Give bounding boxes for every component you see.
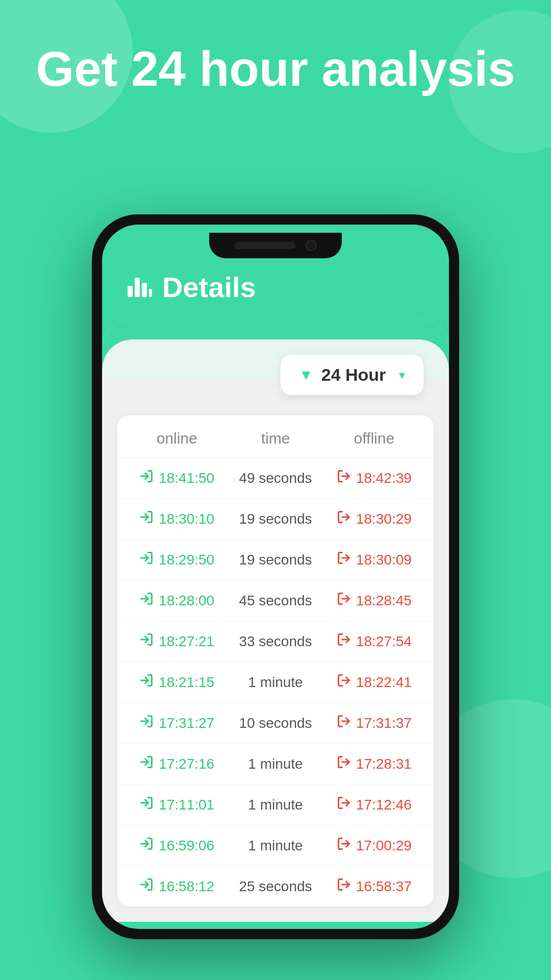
col-header-online: online [128,430,226,447]
online-time-2: 18:29:50 [159,552,214,568]
login-icon [139,469,154,487]
logout-icon [337,632,351,650]
filter-dropdown[interactable]: ▼ 24 Hour ▾ [281,355,423,395]
cell-online-9: 16:59:06 [128,837,226,854]
cell-duration-2: 19 seconds [226,552,324,568]
chevron-down-icon: ▾ [399,368,405,382]
table-header: online time offline [117,415,434,458]
cell-duration-1: 19 seconds [226,511,324,527]
table-row: 18:30:10 19 seconds 18:30:29 [117,499,434,540]
logout-icon [337,551,351,569]
offline-time-8: 17:12:46 [356,797,412,813]
logout-icon [337,837,351,854]
logout-icon [337,673,351,691]
cell-offline-7: 17:28:31 [325,755,423,773]
offline-time-2: 18:30:09 [356,552,412,568]
online-time-0: 18:41:50 [159,470,214,486]
screen-content: ▼ 24 Hour ▾ online time offline [102,319,449,922]
offline-time-10: 16:58:37 [356,878,412,895]
cell-offline-3: 18:28:45 [325,592,423,609]
screen-title: Details [162,271,256,304]
cell-online-1: 18:30:10 [128,510,226,528]
table-body: 18:41:50 49 seconds 18:42:39 [117,458,434,906]
phone-frame: Details ▼ 24 Hour ▾ online time [92,214,459,939]
cell-online-5: 18:21:15 [128,673,226,691]
login-icon [139,877,154,895]
filter-icon: ▼ [299,367,313,383]
table-row: 18:41:50 49 seconds 18:42:39 [117,458,434,499]
hero-title: Get 24 hour analysis [0,41,551,97]
cell-online-7: 17:27:16 [128,755,226,773]
login-icon [139,714,154,732]
filter-container: ▼ 24 Hour ▾ [117,345,434,405]
logout-icon [337,510,351,528]
table-row: 18:27:21 33 seconds 18:27:54 [117,621,434,662]
notch-camera [306,240,317,251]
online-time-5: 18:21:15 [159,674,214,691]
offline-time-7: 17:28:31 [356,756,412,772]
table-row: 16:59:06 1 minute 17:00:29 [117,825,434,866]
cell-online-10: 16:58:12 [128,877,226,895]
login-icon [139,551,154,569]
login-icon [139,796,154,814]
cell-online-8: 17:11:01 [128,796,226,814]
notch-speaker [234,242,295,249]
offline-time-5: 18:22:41 [356,674,412,691]
cell-offline-4: 18:27:54 [325,632,423,650]
phone-screen: Details ▼ 24 Hour ▾ online time [102,225,449,929]
logout-icon [337,592,351,609]
offline-time-3: 18:28:45 [356,593,412,609]
logout-icon [337,796,351,814]
cell-offline-10: 16:58:37 [325,877,423,895]
cell-duration-10: 25 seconds [226,878,324,895]
login-icon [139,510,154,528]
cell-offline-9: 17:00:29 [325,837,423,854]
cell-duration-8: 1 minute [226,797,324,813]
col-header-offline: offline [325,430,423,447]
online-time-6: 17:31:27 [159,715,214,731]
login-icon [139,592,154,609]
logout-icon [337,714,351,732]
phone-notch [209,233,342,258]
offline-time-0: 18:42:39 [356,470,412,486]
table-row: 17:11:01 1 minute 17:12:46 [117,785,434,825]
table-row: 18:28:00 45 seconds 18:28:45 [117,580,434,621]
cell-duration-3: 45 seconds [226,593,324,609]
filter-label: 24 Hour [321,365,391,385]
cell-online-2: 18:29:50 [128,551,226,569]
online-time-8: 17:11:01 [159,797,214,813]
table-row: 16:58:12 25 seconds 16:58:37 [117,866,434,906]
cell-duration-4: 33 seconds [226,633,324,650]
cell-online-0: 18:41:50 [128,469,226,487]
logout-icon [337,755,351,773]
login-icon [139,837,154,854]
login-icon [139,755,154,773]
offline-time-6: 17:31:37 [356,715,412,731]
online-time-10: 16:58:12 [159,878,214,895]
col-header-time: time [226,430,324,447]
cell-online-4: 18:27:21 [128,632,226,650]
cell-offline-8: 17:12:46 [325,796,423,814]
online-time-7: 17:27:16 [159,756,214,772]
cell-offline-0: 18:42:39 [325,469,423,487]
offline-time-9: 17:00:29 [356,838,412,854]
online-time-9: 16:59:06 [159,838,214,854]
login-icon [139,673,154,691]
logout-icon [337,469,351,487]
logout-icon [337,877,351,895]
cell-offline-5: 18:22:41 [325,673,423,691]
table-row: 17:27:16 1 minute 17:28:31 [117,744,434,785]
offline-time-4: 18:27:54 [356,633,412,650]
online-time-4: 18:27:21 [159,633,214,650]
login-icon [139,632,154,650]
online-time-1: 18:30:10 [159,511,214,527]
cell-online-3: 18:28:00 [128,592,226,609]
table-row: 18:21:15 1 minute 18:22:41 [117,662,434,703]
cell-duration-6: 10 seconds [226,715,324,731]
table-row: 17:31:27 10 seconds 17:31:37 [117,703,434,744]
cell-offline-1: 18:30:29 [325,510,423,528]
chart-bar-icon [128,278,152,297]
cell-duration-0: 49 seconds [226,470,324,486]
cell-duration-5: 1 minute [226,674,324,691]
online-time-3: 18:28:00 [159,593,214,609]
